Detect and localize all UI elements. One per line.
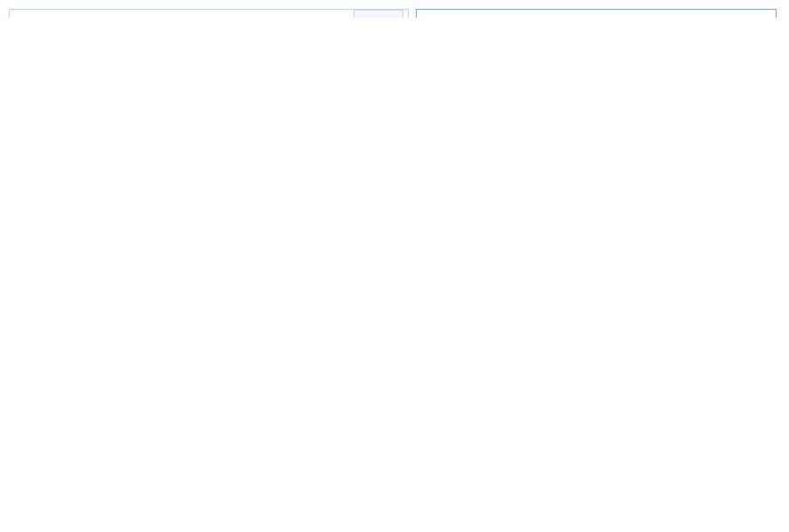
outlook-tabstrip: Home Send / Receive Folder View Develope… bbox=[10, 10, 408, 18]
tab-home[interactable]: Home bbox=[19, 11, 59, 18]
tab-developer[interactable]: Developer bbox=[278, 11, 339, 18]
outlook-window: Home Send / Receive Folder View Develope… bbox=[9, 9, 409, 18]
close-button[interactable]: ✕ bbox=[737, 12, 772, 19]
tab-view[interactable]: View bbox=[230, 11, 265, 18]
explorer-title: Emails to Txt Files bbox=[478, 16, 565, 19]
folder-icon bbox=[420, 15, 434, 19]
tab-send-receive[interactable]: Send / Receive bbox=[73, 11, 159, 18]
maximize-button[interactable]: ☐ bbox=[696, 12, 731, 19]
explorer-window: ▾ | Emails to Txt Files ─ ☐ ✕ File Home … bbox=[416, 9, 777, 18]
check-icon bbox=[440, 15, 454, 19]
tab-kutools[interactable]: Kutools bbox=[354, 10, 403, 18]
explorer-titlebar: ▾ | Emails to Txt Files ─ ☐ ✕ bbox=[417, 10, 776, 18]
minimize-button[interactable]: ─ bbox=[655, 12, 690, 19]
tab-folder[interactable]: Folder bbox=[173, 11, 215, 18]
